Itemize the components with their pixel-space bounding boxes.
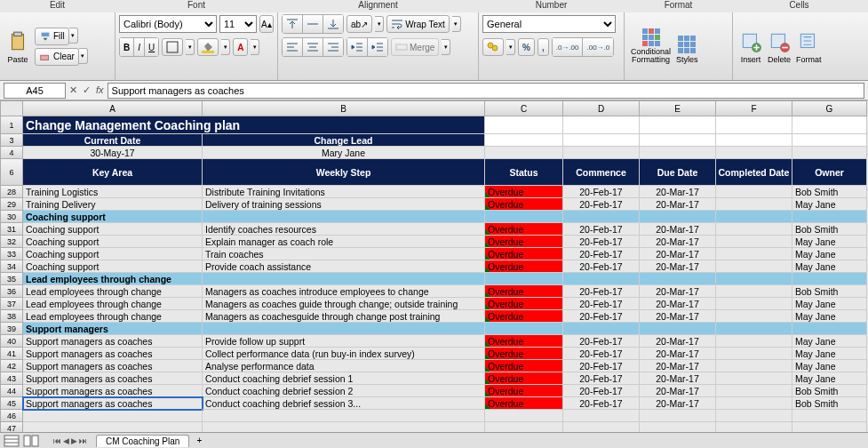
- cell[interactable]: 20-Feb-17: [563, 298, 640, 310]
- cell[interactable]: Overdue: [485, 385, 563, 397]
- cell[interactable]: Overdue: [485, 372, 563, 385]
- cell[interactable]: Identify coaches resources: [203, 223, 485, 236]
- cell[interactable]: Overdue: [485, 236, 563, 248]
- row-header[interactable]: 32: [0, 236, 23, 248]
- cell[interactable]: [203, 323, 485, 335]
- cell[interactable]: Conduct coaching debrief session 3...: [203, 397, 485, 410]
- row-header[interactable]: 3: [0, 134, 23, 147]
- bold-button[interactable]: B: [120, 38, 134, 56]
- cell[interactable]: [716, 298, 792, 310]
- cell[interactable]: May Jane: [792, 372, 867, 385]
- cell[interactable]: [640, 134, 716, 147]
- cell[interactable]: Coaching support: [23, 236, 203, 248]
- formula-input[interactable]: [108, 83, 864, 99]
- col-header[interactable]: G: [792, 100, 867, 116]
- cell[interactable]: 20-Mar-17: [640, 186, 716, 198]
- fill-button[interactable]: Fill: [35, 28, 69, 45]
- cell[interactable]: May Jane: [792, 310, 867, 323]
- cell[interactable]: [485, 323, 563, 335]
- row-header[interactable]: 42: [0, 360, 23, 372]
- cell[interactable]: Weekly Step: [203, 159, 485, 186]
- align-left-button[interactable]: [283, 38, 303, 56]
- cell[interactable]: 20-Feb-17: [563, 236, 640, 248]
- tab-last-button[interactable]: ⏭: [79, 436, 87, 445]
- cell[interactable]: Support managers as coaches: [23, 348, 203, 360]
- cell[interactable]: 20-Feb-17: [563, 397, 640, 410]
- cell[interactable]: Owner: [792, 159, 867, 186]
- cell[interactable]: Managers as coachesguide through change …: [203, 310, 485, 323]
- font-name-select[interactable]: Calibri (Body): [119, 15, 217, 33]
- cell[interactable]: [485, 211, 563, 223]
- cell[interactable]: [563, 116, 640, 134]
- merge-button[interactable]: Merge: [391, 38, 439, 56]
- grid[interactable]: Change Management Coaching planCurrent D…: [23, 116, 867, 435]
- cell[interactable]: 20-Feb-17: [563, 385, 640, 397]
- fill-color-dropdown[interactable]: ▾: [221, 39, 230, 55]
- cell[interactable]: Training Logistics: [23, 186, 203, 198]
- cell[interactable]: [563, 211, 640, 223]
- col-header[interactable]: D: [563, 100, 640, 116]
- cell[interactable]: [716, 397, 792, 410]
- normal-view-icon[interactable]: [4, 435, 20, 447]
- cell[interactable]: [716, 335, 792, 348]
- cell[interactable]: [792, 273, 867, 285]
- tab-next-button[interactable]: ▶: [71, 436, 77, 445]
- row-header[interactable]: 44: [0, 385, 23, 397]
- cell[interactable]: [563, 323, 640, 335]
- cell[interactable]: Bob Smith: [792, 385, 867, 397]
- cell[interactable]: May Jane: [792, 260, 867, 273]
- cell[interactable]: Coaching support: [23, 223, 203, 236]
- cell[interactable]: Bob Smith: [792, 397, 867, 410]
- cell[interactable]: [716, 410, 792, 422]
- cell[interactable]: Support managers as coaches: [23, 385, 203, 397]
- cell[interactable]: May Jane: [792, 360, 867, 372]
- cell[interactable]: Current Date: [23, 134, 203, 147]
- row-header[interactable]: 37: [0, 298, 23, 310]
- cell[interactable]: 20-Mar-17: [640, 285, 716, 298]
- italic-button[interactable]: I: [134, 38, 145, 56]
- sheet-tab[interactable]: CM Coaching Plan: [96, 435, 189, 447]
- cell[interactable]: [716, 248, 792, 260]
- cell[interactable]: Distribute Training Invitations: [203, 186, 485, 198]
- fill-color-button[interactable]: [197, 38, 219, 56]
- align-center-button[interactable]: [303, 38, 323, 56]
- orientation-button[interactable]: ab↗: [346, 15, 372, 33]
- cell[interactable]: Delivery of training sessions: [203, 198, 485, 211]
- cell[interactable]: Support managers as coaches: [23, 397, 203, 410]
- cell[interactable]: May Jane: [792, 198, 867, 211]
- cell[interactable]: Train coaches: [203, 248, 485, 260]
- align-top-button[interactable]: [283, 15, 303, 33]
- cell[interactable]: 20-Feb-17: [563, 348, 640, 360]
- number-format-select[interactable]: General: [482, 15, 616, 33]
- cell[interactable]: Overdue: [485, 223, 563, 236]
- insert-button[interactable]: Insert: [737, 14, 765, 64]
- accept-formula-icon[interactable]: ✓: [83, 84, 91, 96]
- cell[interactable]: [640, 323, 716, 335]
- orientation-dropdown[interactable]: ▾: [375, 16, 384, 32]
- cell[interactable]: 30-May-17: [23, 147, 203, 159]
- cell[interactable]: Lead employees through change: [23, 310, 203, 323]
- col-header[interactable]: A: [23, 100, 203, 116]
- cell[interactable]: [792, 211, 867, 223]
- format-button[interactable]: Format: [793, 14, 824, 64]
- cell[interactable]: [716, 360, 792, 372]
- cell[interactable]: Overdue: [485, 397, 563, 410]
- cell[interactable]: Provide follow up supprt: [203, 335, 485, 348]
- row-header[interactable]: 36: [0, 285, 23, 298]
- paste-button[interactable]: Paste: [4, 14, 32, 64]
- cell[interactable]: May Jane: [792, 348, 867, 360]
- row-header[interactable]: 30: [0, 211, 23, 223]
- cell[interactable]: Overdue: [485, 348, 563, 360]
- cell[interactable]: [792, 147, 867, 159]
- cell[interactable]: Overdue: [485, 260, 563, 273]
- cell[interactable]: [203, 410, 485, 422]
- cell[interactable]: Mary Jane: [203, 147, 485, 159]
- cell[interactable]: [23, 410, 203, 422]
- cell[interactable]: Support managers as coaches: [23, 372, 203, 385]
- cell[interactable]: [485, 116, 563, 134]
- cell[interactable]: Commence: [563, 159, 640, 186]
- cell[interactable]: Coaching support: [23, 248, 203, 260]
- cell[interactable]: 20-Feb-17: [563, 186, 640, 198]
- cell[interactable]: [716, 211, 792, 223]
- cell[interactable]: [716, 134, 792, 147]
